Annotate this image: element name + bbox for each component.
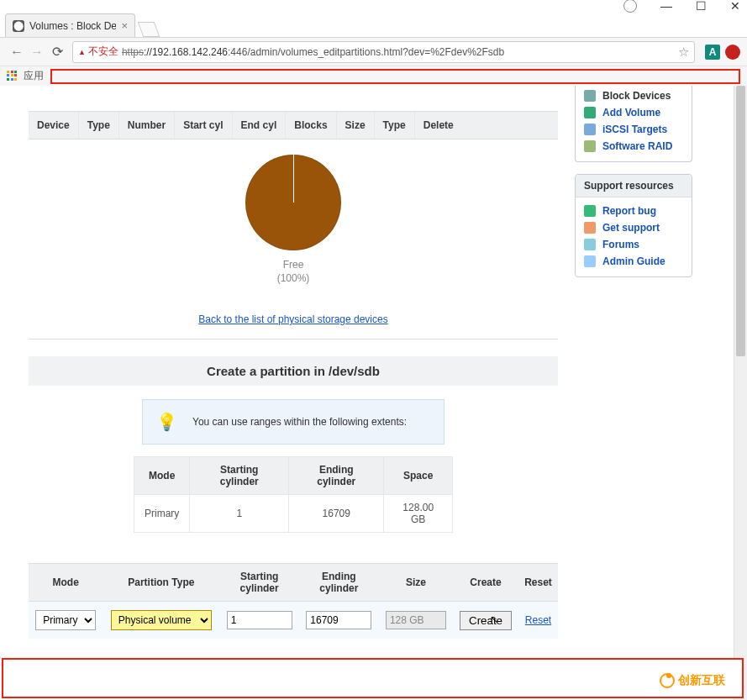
size-input xyxy=(386,611,446,629)
extents-head-mode: Mode xyxy=(134,457,190,495)
partition-table-header: Device Type Number Start cyl End cyl Blo… xyxy=(29,111,558,139)
browser-tab[interactable]: ⬤ Volumes : Block Device × xyxy=(5,13,135,37)
sidebar-item-get-support[interactable]: Get support xyxy=(576,219,692,236)
create-partition-form: Mode Partition Type Starting cylinder En… xyxy=(29,563,558,639)
disk-usage-pie: Free (100%) xyxy=(29,139,558,290)
insecure-warning-icon[interactable]: 不安全 xyxy=(78,45,118,59)
col-end-cyl: End cyl xyxy=(233,112,287,139)
extents-end: 16709 xyxy=(289,495,384,533)
apps-label[interactable]: 应用 xyxy=(24,69,44,83)
book-icon xyxy=(584,255,596,267)
page-viewport: ▾ Device Type Number Start cyl End cyl B… xyxy=(0,86,747,700)
extents-head-end: Ending cylinder xyxy=(289,457,384,495)
form-row: Primary Physical volume Create ↖ Reset xyxy=(29,602,558,639)
disk-icon xyxy=(584,90,596,102)
sidebar-item-add-volume[interactable]: Add Volume xyxy=(576,104,692,121)
browser-tab-strip: ⬤ Volumes : Block Device × xyxy=(0,12,747,37)
extents-head-space: Space xyxy=(384,457,453,495)
scrollbar-thumb[interactable] xyxy=(736,86,745,356)
sidebar-item-block-devices[interactable]: Block Devices xyxy=(576,87,692,104)
extents-info-box: 💡 You can use ranges within the followin… xyxy=(142,399,445,445)
extents-mode: Primary xyxy=(134,495,190,533)
create-partition-title: Create a partition in /dev/sdb xyxy=(29,356,558,386)
col-size: Size xyxy=(337,112,375,139)
sidebar-item-iscsi[interactable]: iSCSI Targets xyxy=(576,121,692,138)
annotation-box-bottom: 创新互联 xyxy=(2,658,744,698)
mode-select[interactable]: Primary xyxy=(35,610,96,630)
window-maximize-button[interactable]: ☐ xyxy=(696,0,707,13)
favicon-icon: ⬤ xyxy=(13,20,24,32)
extension-o-icon[interactable] xyxy=(725,45,740,60)
lightbulb-icon: 💡 xyxy=(156,412,177,432)
browser-toolbar: ← → ⟳ 不安全 https://192.168.142.246:446/ad… xyxy=(0,37,747,66)
partition-type-select[interactable]: Physical volume xyxy=(111,610,212,630)
extents-table: Mode Starting cylinder Ending cylinder S… xyxy=(134,456,453,533)
profile-icon[interactable] xyxy=(623,0,637,13)
cursor-icon: ↖ xyxy=(490,613,498,625)
col-start-cyl: Start cyl xyxy=(175,112,232,139)
form-head-reset: Reset xyxy=(518,564,558,602)
bookmarks-bar: 应用 xyxy=(0,66,747,86)
window-close-button[interactable]: ✕ xyxy=(730,0,740,13)
tab-title: Volumes : Block Device xyxy=(29,20,116,32)
extents-head-start: Starting cylinder xyxy=(190,457,289,495)
sidebar-support-box: Support resources Report bug Get support… xyxy=(575,174,692,277)
divider xyxy=(29,339,558,339)
pie-label: Free (100%) xyxy=(29,259,558,285)
bookmark-star-icon[interactable]: ☆ xyxy=(678,45,689,60)
sidebar-item-admin-guide[interactable]: Admin Guide xyxy=(576,253,692,270)
reload-button[interactable]: ⟳ xyxy=(47,44,67,60)
support-icon xyxy=(584,222,596,234)
target-icon xyxy=(584,124,596,135)
col-device: Device xyxy=(29,112,79,139)
sidebar-item-report-bug[interactable]: Report bug xyxy=(576,203,692,219)
apps-icon[interactable] xyxy=(7,71,18,82)
url-text: https://192.168.142.246:446/admin/volume… xyxy=(122,46,675,58)
form-head-size: Size xyxy=(379,564,453,602)
back-button[interactable]: ← xyxy=(7,45,27,60)
add-icon xyxy=(584,107,596,118)
extension-a-icon[interactable]: A xyxy=(705,45,720,60)
starting-cylinder-input[interactable] xyxy=(227,611,292,629)
back-to-devices-link[interactable]: Back to the list of physical storage dev… xyxy=(29,313,558,325)
forum-icon xyxy=(584,239,596,250)
col-number: Number xyxy=(119,112,175,139)
col-type2: Type xyxy=(375,112,415,139)
main-content: Device Type Number Start cyl End cyl Blo… xyxy=(3,86,575,700)
tab-close-button[interactable]: × xyxy=(121,19,128,32)
create-button[interactable]: Create xyxy=(460,611,512,630)
address-bar[interactable]: 不安全 https://192.168.142.246:446/admin/vo… xyxy=(72,41,695,63)
forward-button: → xyxy=(27,45,47,60)
annotation-box-top xyxy=(50,69,740,84)
form-head-end: Ending cylinder xyxy=(299,564,379,602)
window-minimize-button[interactable]: — xyxy=(660,0,672,13)
sidebar: Block Devices Add Volume iSCSI Targets S… xyxy=(575,86,734,700)
col-delete: Delete xyxy=(415,112,462,139)
col-blocks: Blocks xyxy=(286,112,336,139)
form-head-mode: Mode xyxy=(29,564,103,602)
vertical-scrollbar[interactable]: ▾ xyxy=(734,86,747,700)
new-tab-button[interactable] xyxy=(138,22,160,37)
watermark: 创新互联 xyxy=(660,673,725,688)
extents-space: 128.00 GB xyxy=(384,495,453,533)
form-head-start: Starting cylinder xyxy=(219,564,299,602)
support-title: Support resources xyxy=(576,175,692,197)
window-titlebar: — ☐ ✕ xyxy=(0,0,747,12)
reset-link[interactable]: Reset xyxy=(525,614,551,626)
extents-start: 1 xyxy=(190,495,289,533)
watermark-logo-icon xyxy=(660,673,675,688)
bug-icon xyxy=(584,205,596,217)
info-text: You can use ranges within the following … xyxy=(192,416,407,428)
extents-row: Primary 1 16709 128.00 GB xyxy=(134,495,453,533)
form-head-ptype: Partition Type xyxy=(103,564,219,602)
pie-chart xyxy=(245,155,341,250)
form-head-create: Create xyxy=(453,564,518,602)
sidebar-item-forums[interactable]: Forums xyxy=(576,236,692,253)
raid-icon xyxy=(584,140,596,152)
ending-cylinder-input[interactable] xyxy=(306,611,371,629)
sidebar-item-raid[interactable]: Software RAID xyxy=(576,138,692,155)
sidebar-volumes-box: Block Devices Add Volume iSCSI Targets S… xyxy=(575,86,692,162)
col-type: Type xyxy=(79,112,119,139)
